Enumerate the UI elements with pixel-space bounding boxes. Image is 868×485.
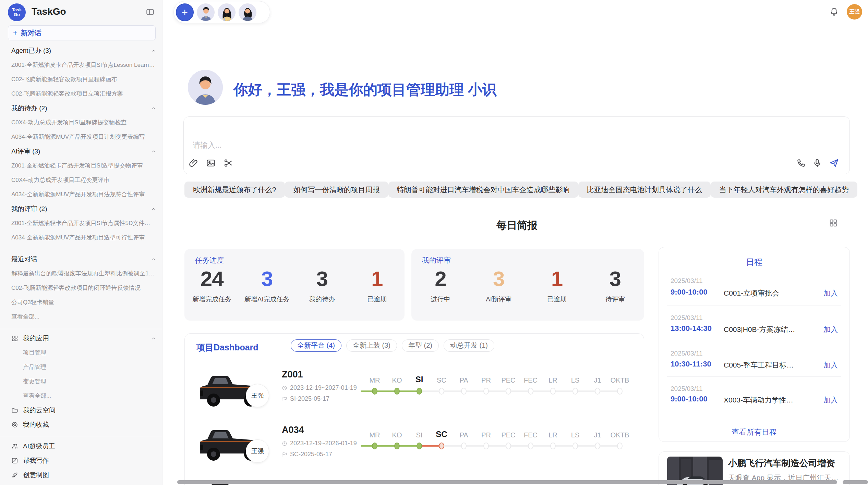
project-code: A034: [282, 425, 304, 435]
sidebar-section-my-todo[interactable]: 我的待办 (2): [11, 101, 156, 115]
owner-name: 王强: [251, 391, 264, 400]
sidebar-item[interactable]: A034-全新新能源MUV产品开发项目计划变更表编写: [11, 130, 156, 144]
suggestion-chip[interactable]: 特朗普可能对进口汽车增税会对中国车企造成哪些影响: [388, 182, 578, 198]
divider: [667, 412, 841, 412]
schedule-date: 2025/03/11: [671, 314, 703, 322]
sidebar-item[interactable]: 公司Q3轻卡销量: [11, 295, 156, 310]
agent-avatar[interactable]: [197, 3, 215, 21]
stat: 2进行中: [411, 267, 470, 304]
schedule-time: 9:00-10:00: [671, 395, 708, 403]
sidebar-section-my-review[interactable]: 我的评审 (2): [11, 202, 156, 216]
sidebar-help-write[interactable]: 帮我写作: [11, 453, 156, 468]
owner-name: 王强: [251, 447, 264, 455]
milestone-label: OKTB: [605, 374, 634, 384]
sidebar-item[interactable]: C02-飞腾新能源轻客改款项目的闭环通告反馈情况: [11, 281, 156, 295]
sidebar-item-view-all[interactable]: 查看全部...: [11, 310, 156, 324]
task-progress-card: 任务进度 24新增完成任务 3新增AI完成任务 3我的待办 1已逾期: [184, 249, 405, 321]
sidebar-item[interactable]: A034-全新新能源MUV产品开发项目造型可行性评审: [11, 231, 156, 245]
tab-model-year[interactable]: 年型 (2): [402, 339, 439, 352]
sidebar-app-view-all[interactable]: 查看全部...: [11, 389, 156, 403]
sidebar-item[interactable]: A034-全新新能源MUV产品开发项目法规符合性评审: [11, 187, 156, 202]
microphone-icon[interactable]: [812, 158, 822, 168]
section-label: 我的评审 (2): [11, 204, 47, 213]
new-chat-button[interactable]: + 新对话: [8, 25, 156, 40]
card-title: 任务进度: [195, 256, 224, 265]
milestone-dot: [617, 388, 623, 395]
sidebar-cloud-space[interactable]: 我的云空间: [11, 403, 156, 418]
sidebar-section-ai-review[interactable]: AI评审 (3): [11, 144, 156, 159]
section-label: 最近对话: [11, 255, 37, 264]
tab-new-body[interactable]: 全新上装 (3): [346, 339, 397, 352]
sidebar-item[interactable]: C02-飞腾新能源轻客改款项目里程碑画布: [11, 72, 156, 87]
scrollbar-corner[interactable]: [843, 480, 868, 484]
app-logo[interactable]: Task Go: [8, 3, 26, 21]
favorites-label: 我的收藏: [23, 420, 49, 429]
dashboard-title: 项目Dashboard: [196, 342, 258, 353]
milestone-dot-done: [394, 388, 400, 395]
suggestion-chip[interactable]: 如何写一份清晰的项目周报: [285, 182, 388, 198]
sidebar-item[interactable]: C0X4-动力总成开发项目工程变更评审: [11, 173, 156, 187]
section-label: Agent已办 (3): [11, 46, 51, 55]
stat-label: 待评审: [605, 295, 625, 304]
view-all-schedule-link[interactable]: 查看所有日程: [659, 427, 849, 437]
milestone-dot-done: [417, 443, 422, 449]
sidebar-app-item[interactable]: 项目管理: [11, 346, 156, 360]
stat: 3我的待办: [294, 267, 350, 304]
stat-value: 24: [201, 267, 224, 291]
schedule-event-title: C001-立项审批会: [724, 288, 799, 298]
write-icon: [11, 457, 18, 464]
image-icon[interactable]: [206, 158, 216, 168]
tab-powertrain[interactable]: 动总开发 (1): [444, 339, 494, 352]
person-avatar-icon: [188, 70, 223, 105]
agent-avatar[interactable]: [239, 3, 256, 21]
scissors-icon[interactable]: [224, 158, 233, 168]
owner-badge: 王强: [246, 384, 269, 407]
sidebar-favorites[interactable]: 我的收藏: [11, 418, 156, 432]
milestone-dot-done: [372, 443, 377, 449]
schedule-title: 日程: [659, 257, 849, 268]
join-link[interactable]: 加入: [823, 288, 838, 298]
chat-input[interactable]: [192, 138, 502, 152]
sidebar-section-recent[interactable]: 最近对话: [11, 252, 156, 266]
sidebar-app-item[interactable]: 产品管理: [11, 360, 156, 374]
sidebar-item[interactable]: Z001-全新燃油轻卡产品开发项目SI造型提交物评审: [11, 159, 156, 173]
suggestion-chip[interactable]: 当下年轻人对汽车外观有怎样的喜好趋势: [711, 182, 857, 198]
divider: [667, 376, 841, 377]
cloud-space-label: 我的云空间: [23, 406, 56, 415]
join-link[interactable]: 加入: [823, 360, 838, 370]
tab-all-new-platform[interactable]: 全新平台 (4): [291, 339, 341, 352]
sidebar-item[interactable]: 解释最新出台的欧盟报废车法规再生塑料比例被调至15%...: [11, 266, 156, 281]
milestone-line-done: [361, 445, 419, 447]
sidebar-item[interactable]: Z001-全新燃油皮卡产品开发项目SI节点Lesson Learn报告: [11, 58, 156, 72]
sidebar: Task Go TaskGo + 新对话 Agent已办 (3) Z001-全新…: [0, 0, 162, 485]
add-agent-button[interactable]: +: [176, 3, 194, 21]
stat: 1已逾期: [528, 267, 586, 304]
flag-text: SI-2025-05-17: [290, 395, 329, 402]
suggestion-chip[interactable]: 比亚迪全固态电池计划具体说了什么: [578, 182, 711, 198]
milestone-dot-current-overdue: [439, 443, 444, 449]
sidebar-app-item[interactable]: 变更管理: [11, 374, 156, 389]
sidebar-my-apps[interactable]: 我的应用: [11, 331, 156, 346]
sidebar-item[interactable]: C0X4-动力总成开发项目SI里程碑提交物检查: [11, 115, 156, 130]
user-avatar[interactable]: 王强: [847, 4, 862, 20]
chevron-up-icon: [151, 257, 156, 262]
sidebar-ai-staff[interactable]: AI超级员工: [11, 439, 156, 453]
ai-staff-label: AI超级员工: [23, 442, 55, 451]
sidebar-creative-draw[interactable]: 创意制图: [11, 468, 156, 482]
phone-icon[interactable]: [796, 158, 806, 168]
sidebar-collapse-icon[interactable]: [146, 8, 155, 16]
agent-avatar[interactable]: [218, 3, 236, 21]
notification-bell-icon[interactable]: [829, 7, 839, 16]
attachment-icon[interactable]: [189, 158, 198, 168]
briefing-title: 每日简报: [496, 219, 538, 233]
join-link[interactable]: 加入: [823, 395, 838, 405]
sidebar-item[interactable]: Z001-全新燃油轻卡产品开发项目SI节点属性5D文件评审: [11, 216, 156, 231]
suggestion-chip[interactable]: 欧洲新规最近颁布了什么?: [184, 182, 285, 198]
send-icon[interactable]: [829, 158, 839, 168]
sidebar-section-agent-done[interactable]: Agent已办 (3): [11, 43, 156, 58]
horizontal-scrollbar[interactable]: [177, 480, 837, 484]
milestone-dot-done: [394, 443, 400, 449]
sidebar-item[interactable]: C02-飞腾新能源轻客改款项目立项汇报方案: [11, 87, 156, 101]
join-link[interactable]: 加入: [823, 325, 838, 334]
layout-grid-icon[interactable]: [829, 219, 838, 227]
